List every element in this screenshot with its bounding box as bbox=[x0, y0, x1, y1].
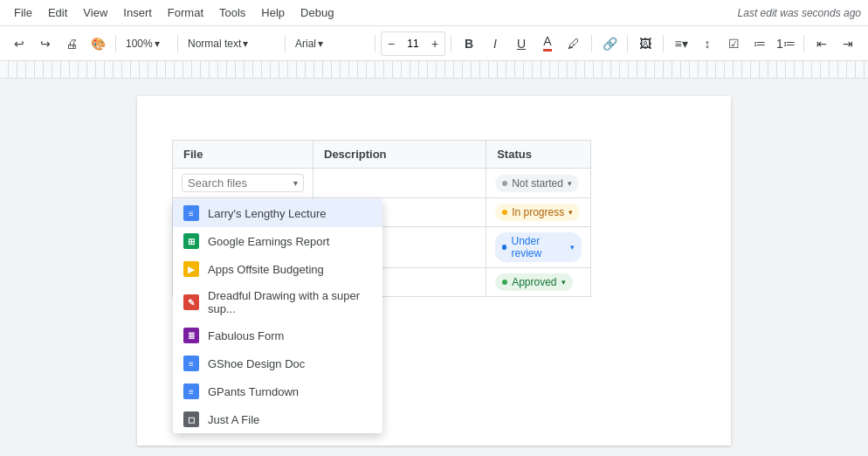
zoom-select[interactable]: 100% ▾ bbox=[121, 31, 172, 56]
toolbar: ↩ ↪ 🖨 🎨 100% ▾ Normal text ▾ Arial ▾ − 1… bbox=[0, 26, 868, 61]
column-header-status: Status bbox=[486, 141, 591, 169]
dropdown-item-label-6: GPants Turndown bbox=[208, 385, 299, 398]
dropdown-item-label-0: Larry's Lengthy Lecture bbox=[208, 207, 326, 220]
menu-tools[interactable]: Tools bbox=[212, 3, 252, 23]
dropdown-item-1[interactable]: ⊞ Google Earnings Report bbox=[173, 227, 382, 255]
ruler bbox=[0, 61, 868, 79]
under-review-dropdown-icon: ▾ bbox=[570, 243, 575, 252]
dropdown-item-label-2: Apps Offsite Budgeting bbox=[208, 263, 324, 276]
italic-button[interactable]: I bbox=[483, 31, 507, 56]
column-header-file: File bbox=[173, 141, 313, 169]
text-color-button[interactable]: A bbox=[535, 31, 560, 56]
under-review-label: Under review bbox=[511, 235, 566, 259]
slides-icon-2: ▶ bbox=[183, 261, 199, 277]
dropdown-item-2[interactable]: ▶ Apps Offsite Budgeting bbox=[173, 255, 382, 283]
checklist-button[interactable]: ☑ bbox=[721, 31, 746, 56]
highlight-button[interactable]: 🖊 bbox=[561, 31, 586, 56]
search-input-wrapper: ▾ bbox=[182, 174, 304, 192]
undo-button[interactable]: ↩ bbox=[7, 31, 31, 56]
separator-5 bbox=[451, 35, 451, 52]
dropdown-item-6[interactable]: ≡ GPants Turndown bbox=[173, 377, 382, 405]
approved-dot bbox=[502, 280, 507, 285]
increase-font-size-button[interactable]: + bbox=[425, 32, 444, 55]
separator-2 bbox=[177, 35, 178, 52]
menu-view[interactable]: View bbox=[76, 3, 114, 23]
style-select[interactable]: Normal text ▾ bbox=[183, 31, 279, 56]
last-edit-status: Last edit was seconds ago bbox=[738, 7, 861, 19]
print-button[interactable]: 🖨 bbox=[59, 31, 84, 56]
bold-button[interactable]: B bbox=[457, 31, 481, 56]
link-button[interactable]: 🔗 bbox=[597, 31, 622, 56]
dropdown-item-label-3: Dreadful Drawing with a super sup... bbox=[208, 289, 372, 315]
separator-1 bbox=[115, 35, 116, 52]
sheets-icon-1: ⊞ bbox=[183, 233, 199, 249]
underline-button[interactable]: U bbox=[509, 31, 534, 56]
separator-9 bbox=[803, 35, 804, 52]
not-started-dot bbox=[502, 181, 507, 186]
font-select[interactable]: Arial ▾ bbox=[291, 31, 369, 56]
ruler-markings bbox=[0, 61, 868, 78]
column-header-description: Description bbox=[313, 141, 486, 169]
image-button[interactable]: 🖼 bbox=[633, 31, 658, 56]
style-value: Normal text bbox=[188, 38, 241, 50]
font-dropdown-icon: ▾ bbox=[318, 38, 323, 50]
dropdown-item-0[interactable]: ≡ Larry's Lengthy Lecture bbox=[173, 199, 382, 227]
approved-dropdown-icon: ▾ bbox=[561, 278, 566, 287]
align-button[interactable]: ≡▾ bbox=[669, 31, 693, 56]
not-started-dropdown-icon: ▾ bbox=[568, 179, 572, 188]
search-dropdown-arrow-icon[interactable]: ▾ bbox=[293, 178, 298, 188]
dropdown-item-4[interactable]: ≣ Fabulous Form bbox=[173, 321, 382, 349]
status-cell-3: Approved ▾ bbox=[486, 268, 591, 297]
menu-edit[interactable]: Edit bbox=[41, 3, 74, 23]
separator-6 bbox=[591, 35, 592, 52]
approved-label: Approved bbox=[512, 276, 556, 288]
font-value: Arial bbox=[295, 38, 316, 50]
dropdown-item-5[interactable]: ≡ GShoe Design Doc bbox=[173, 349, 382, 377]
status-cell-2: Under review ▾ bbox=[486, 227, 591, 268]
file-dropdown: ≡ Larry's Lengthy Lecture ⊞ Google Earni… bbox=[173, 199, 382, 433]
dropdown-item-3[interactable]: ✎ Dreadful Drawing with a super sup... bbox=[173, 283, 382, 321]
separator-4 bbox=[375, 35, 375, 52]
redo-button[interactable]: ↪ bbox=[33, 31, 58, 56]
menu-format[interactable]: Format bbox=[161, 3, 210, 23]
font-size-control: − 11 + bbox=[381, 31, 445, 56]
search-row: ▾ ≡ Larry's Lengthy Lecture ⊞ Google Ear… bbox=[173, 169, 591, 198]
document-area: File Description Status ▾ bbox=[0, 79, 868, 456]
forms-icon-4: ≣ bbox=[183, 328, 199, 343]
decrease-font-size-button[interactable]: − bbox=[382, 32, 401, 55]
in-progress-label: In progress bbox=[512, 206, 564, 218]
ordered-list-button[interactable]: 1≔ bbox=[774, 31, 798, 56]
not-started-label: Not started bbox=[512, 177, 563, 190]
approved-badge: Approved ▾ bbox=[495, 273, 572, 291]
menu-file[interactable]: File bbox=[7, 3, 39, 23]
menu-bar: File Edit View Insert Format Tools Help … bbox=[0, 0, 868, 26]
search-cell: ▾ ≡ Larry's Lengthy Lecture ⊞ Google Ear… bbox=[173, 169, 313, 198]
zoom-value: 100% bbox=[126, 38, 153, 50]
menu-help[interactable]: Help bbox=[254, 3, 292, 23]
in-progress-dot bbox=[502, 210, 507, 215]
not-started-badge: Not started ▾ bbox=[495, 175, 579, 192]
zoom-dropdown-icon: ▾ bbox=[155, 38, 160, 50]
dropdown-item-7[interactable]: ◻ Just A File bbox=[173, 405, 382, 433]
generic-icon-7: ◻ bbox=[183, 411, 199, 427]
increase-indent-button[interactable]: ⇥ bbox=[836, 31, 860, 56]
menu-insert[interactable]: Insert bbox=[116, 3, 159, 23]
description-cell-search bbox=[313, 169, 486, 198]
search-input[interactable] bbox=[188, 176, 293, 190]
style-dropdown-icon: ▾ bbox=[243, 38, 248, 50]
dropdown-item-label-5: GShoe Design Doc bbox=[208, 357, 305, 370]
menu-debug[interactable]: Debug bbox=[293, 3, 341, 23]
line-spacing-button[interactable]: ↕ bbox=[695, 31, 720, 56]
dropdown-item-label-4: Fabulous Form bbox=[208, 329, 284, 342]
decrease-indent-button[interactable]: ⇤ bbox=[809, 31, 834, 56]
under-review-dot bbox=[502, 245, 506, 250]
paint-format-button[interactable]: 🎨 bbox=[86, 31, 110, 56]
unordered-list-button[interactable]: ≔ bbox=[747, 31, 772, 56]
docs-icon-6: ≡ bbox=[183, 383, 199, 399]
status-cell-search: Not started ▾ bbox=[486, 169, 591, 198]
in-progress-dropdown-icon: ▾ bbox=[568, 208, 573, 217]
file-table: File Description Status ▾ bbox=[172, 140, 591, 297]
docs-icon-0: ≡ bbox=[183, 205, 199, 221]
separator-8 bbox=[663, 35, 664, 52]
document-page: File Description Status ▾ bbox=[137, 96, 731, 446]
